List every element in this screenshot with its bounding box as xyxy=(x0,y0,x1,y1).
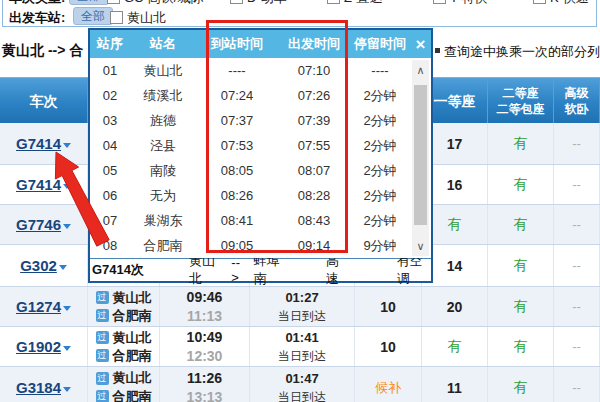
pass-station-icon: 过 xyxy=(96,349,109,362)
second-class-seats: 有 xyxy=(514,257,528,275)
stop-duration: 9分钟 xyxy=(350,237,410,255)
col-header-train: 车次 xyxy=(0,78,88,123)
popup-train-number: G7414次 xyxy=(92,261,171,279)
stop-seq: 02 xyxy=(90,88,130,103)
soft-sleeper-seats: -- xyxy=(572,299,581,314)
checkbox-icon[interactable] xyxy=(230,0,243,4)
departure-station: 黄山北 xyxy=(113,329,152,347)
chevron-down-icon[interactable] xyxy=(63,306,71,311)
scrollbar-thumb[interactable] xyxy=(414,85,427,225)
popup-scrollbar[interactable]: ∧ ∨ xyxy=(412,60,429,256)
stop-seq: 03 xyxy=(90,113,130,128)
departure-time: 09:46 xyxy=(187,288,223,307)
table-row: G3184 过黄山北 过合肥南 11:26 13:13 01:47 当日到达 候… xyxy=(0,367,600,402)
stop-duration: 2分钟 xyxy=(350,162,410,180)
stop-duration: 2分钟 xyxy=(350,112,410,130)
arrival-station: 合肥南 xyxy=(113,307,152,325)
stop-duration: 2分钟 xyxy=(350,187,410,205)
col-header-second-class: 二等座 二等包座 xyxy=(488,78,554,123)
first-class-seats: 11 xyxy=(447,380,462,396)
train-link[interactable]: G7746 xyxy=(16,216,61,233)
chevron-down-icon[interactable]: ∨ xyxy=(412,238,429,254)
departure-station: 黄山北 xyxy=(113,289,152,307)
close-icon[interactable]: × xyxy=(410,34,431,55)
stop-station: 黄山北 xyxy=(130,62,196,80)
first-class-seats: 17 xyxy=(447,136,463,152)
filter-d-checkbox[interactable]: D-动车 xyxy=(230,0,287,7)
popup-col-station: 站名 xyxy=(130,35,196,53)
second-class-seats: 有 xyxy=(514,135,528,153)
stop-seq: 05 xyxy=(90,163,130,178)
duration: 01:41 xyxy=(285,328,318,347)
chevron-down-icon[interactable] xyxy=(63,184,71,189)
arrival-station: 合肥南 xyxy=(113,347,152,365)
filter-gc-checkbox[interactable]: GC-高铁/城际 xyxy=(107,0,203,7)
arrival-time: 11:13 xyxy=(187,307,222,326)
stop-station: 合肥南 xyxy=(130,237,196,255)
chevron-down-icon[interactable] xyxy=(63,143,71,148)
stop-duration: ---- xyxy=(350,63,410,78)
stop-station: 旌德 xyxy=(130,112,196,130)
second-class-seats: 有 xyxy=(514,379,528,397)
first-class-seats: 16 xyxy=(447,177,463,193)
train-link[interactable]: G3184 xyxy=(16,379,61,396)
second-class-seats: 有 xyxy=(514,216,528,234)
highlight-rectangle xyxy=(206,20,348,253)
filter-huangshanbei-checkbox[interactable]: 黄山北 xyxy=(110,9,166,27)
chevron-down-icon[interactable] xyxy=(63,224,71,229)
train-link[interactable]: G1274 xyxy=(16,298,61,315)
stop-duration: 2分钟 xyxy=(350,212,410,230)
checkbox-icon[interactable] xyxy=(110,11,123,24)
depart-station-label: 出发车站: xyxy=(9,9,65,27)
business-class-seats: 候补 xyxy=(375,379,401,397)
arrival-note: 当日到达 xyxy=(278,388,326,402)
arrival-note: 当日到达 xyxy=(278,347,326,366)
train-link[interactable]: G7414 xyxy=(16,135,61,152)
pass-station-icon: 过 xyxy=(96,291,109,304)
stop-station: 南陵 xyxy=(130,162,196,180)
train-type-all-button[interactable]: 全部 xyxy=(69,0,109,5)
transfer-query-link[interactable]: 查询途中换乘一次的部分列车 xyxy=(444,43,600,61)
chevron-down-icon[interactable] xyxy=(59,265,67,270)
train-link[interactable]: G302 xyxy=(20,257,57,274)
popup-col-stop: 停留时间 xyxy=(350,35,410,53)
soft-sleeper-seats: -- xyxy=(572,380,581,395)
stop-station: 巢湖东 xyxy=(130,212,196,230)
arrival-time: 13:13 xyxy=(187,388,223,402)
soft-sleeper-seats: -- xyxy=(572,258,581,273)
stop-duration: 2分钟 xyxy=(350,137,410,155)
first-class-seats: 有 xyxy=(448,338,462,356)
stop-station: 无为 xyxy=(130,187,196,205)
checkbox-icon[interactable] xyxy=(107,0,120,4)
stop-seq: 06 xyxy=(90,188,130,203)
second-class-seats: 有 xyxy=(514,338,528,356)
chevron-down-icon[interactable] xyxy=(63,387,71,392)
arrival-note: 当日到达 xyxy=(278,307,326,326)
checkbox-icon[interactable] xyxy=(327,0,340,4)
table-row: G1902 过黄山北 过合肥南 10:49 12:30 01:41 当日到达 1… xyxy=(0,327,600,367)
soft-sleeper-seats: -- xyxy=(572,136,581,151)
filter-z-checkbox[interactable]: Z-直达 xyxy=(327,0,382,7)
business-class-seats: 10 xyxy=(380,339,396,355)
stop-duration: 2分钟 xyxy=(350,87,410,105)
chevron-up-icon[interactable]: ∧ xyxy=(412,62,429,78)
table-row: G1274 过黄山北 过合肥南 09:46 11:13 01:27 当日到达 1… xyxy=(0,287,600,327)
first-class-seats: 有 xyxy=(448,216,462,234)
stop-seq: 08 xyxy=(90,238,130,253)
depart-station-all-button[interactable]: 全部 xyxy=(73,7,113,25)
train-link[interactable]: G7414 xyxy=(16,176,61,193)
first-class-seats: 14 xyxy=(447,258,463,274)
popup-footer: G7414次 黄山北 --> 蚌埠南 高速 有空调 xyxy=(90,258,431,281)
pass-station-icon: 过 xyxy=(96,331,109,344)
route-arrow: --> xyxy=(231,255,245,285)
checkbox-icon[interactable] xyxy=(533,0,546,4)
filter-t-checkbox[interactable]: T-特快 xyxy=(433,0,488,7)
pass-station-icon: 过 xyxy=(96,372,109,385)
departure-time: 11:26 xyxy=(187,369,222,388)
filter-k-checkbox[interactable]: K-快速 xyxy=(533,0,589,7)
checkbox-icon[interactable] xyxy=(433,0,446,4)
chevron-down-icon[interactable] xyxy=(63,346,71,351)
route-summary: 黄山北 --> 合 xyxy=(2,42,83,60)
train-link[interactable]: G1902 xyxy=(16,338,61,355)
departure-time: 10:49 xyxy=(187,328,223,347)
